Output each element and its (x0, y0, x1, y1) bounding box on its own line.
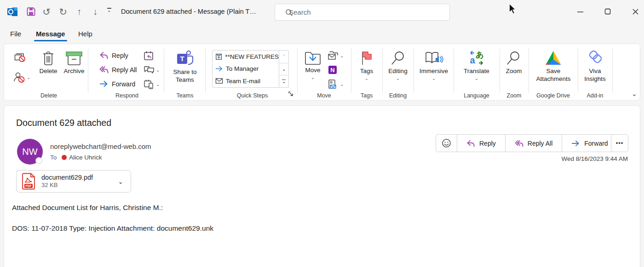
divider (205, 49, 206, 93)
pdf-file-icon: PDF (21, 173, 36, 190)
quick-step-label: To Manager (226, 65, 259, 72)
quick-step-new-features[interactable]: **NEW FEATURES (213, 51, 279, 63)
share-to-teams-button[interactable]: T Share to Teams (169, 50, 201, 84)
search-input[interactable] (289, 8, 427, 16)
immersive-reader-icon (424, 51, 443, 66)
quick-step-to-manager[interactable]: To Manager (213, 63, 279, 75)
save-button[interactable] (25, 6, 37, 17)
forward-icon (571, 140, 580, 147)
window-title: Document 629 attached - Message (Plain T… (121, 0, 256, 23)
reply-all-label: Reply All (112, 66, 137, 74)
block-sender-button[interactable]: ⌄ (13, 71, 30, 83)
reply-button[interactable]: Reply (99, 49, 137, 62)
rules-button[interactable]: ⌄ (328, 49, 344, 62)
body-line: Attached Document List for Harris, Chris… (12, 204, 213, 212)
reply-all-button[interactable]: Reply All (505, 135, 562, 152)
group-zoom: Zoom Zoom (500, 44, 529, 101)
undo-button[interactable]: ↺ (40, 6, 52, 17)
collapse-ribbon-button[interactable]: ⌄ (632, 90, 637, 97)
archive-icon (65, 51, 83, 66)
editing-label: Editing (388, 68, 407, 75)
presence-badge (35, 157, 42, 164)
maximize-button[interactable] (601, 5, 615, 18)
tab-help[interactable]: Help (76, 27, 94, 40)
reply-label: Reply (112, 52, 128, 59)
quick-step-team-email[interactable]: Team E-mail (213, 75, 279, 87)
message-action-buttons: Reply Reply All Forward (436, 134, 618, 152)
translate-label: Translate (464, 68, 489, 75)
group-label: Google Drive (529, 92, 578, 99)
delete-trash-icon (41, 51, 55, 66)
save-attachments-button[interactable]: Save Attachments (532, 50, 575, 83)
share-to-phone-button[interactable]: ⌄ (144, 78, 160, 90)
tab-message[interactable]: Message (34, 27, 67, 40)
google-drive-icon (544, 50, 563, 66)
sender-email[interactable]: noreplywebchart@med-web.com (50, 142, 151, 150)
ribbon: ⌄ Delete Archive Delete (4, 44, 640, 101)
tab-file[interactable]: File (8, 27, 23, 40)
group-label: Add-in (578, 92, 612, 99)
teams-icon: T (176, 50, 194, 67)
forward-button[interactable]: Forward (99, 78, 137, 90)
minimize-icon (577, 8, 584, 15)
delete-button[interactable]: Delete (36, 51, 60, 75)
forward-label: Forward (112, 80, 135, 88)
tags-button[interactable]: Tags ⌄ (355, 51, 378, 81)
ignore-button[interactable] (14, 51, 26, 64)
search-icon (285, 9, 293, 17)
attachment-options-button[interactable]: ⌄ (115, 178, 126, 185)
reply-button[interactable]: Reply (457, 135, 505, 152)
group-label: Delete (10, 92, 88, 99)
delete-label: Delete (39, 68, 57, 75)
save-icon (26, 7, 36, 17)
quick-steps-scroll-down[interactable]: ⌄ (279, 63, 288, 75)
more-move-actions-button[interactable]: ⌄ (328, 78, 344, 90)
save-attachments-label: Save Attachments (532, 68, 575, 83)
zoom-button[interactable]: Zoom (502, 51, 525, 75)
recipient-name[interactable]: Alice Uhrick (69, 154, 102, 161)
attachment-card[interactable]: PDF document629.pdf 32 KB ⌄ (16, 170, 131, 193)
group-tags: Tags ⌄ Tags (351, 44, 382, 101)
quick-steps-more[interactable]: ⌄ (279, 75, 288, 87)
customize-toolbar-button[interactable]: ⌄ (105, 8, 113, 13)
chat-button[interactable]: ⌄ (144, 63, 160, 76)
minimize-button[interactable] (573, 5, 587, 18)
active-tab-indicator (34, 40, 67, 41)
move-button[interactable]: Move ⌄ (301, 51, 325, 80)
editing-button[interactable]: Editing ⌄ (385, 51, 411, 81)
share-to-teams-label: Share to Teams (169, 68, 201, 84)
group-label: Zoom (500, 92, 529, 99)
more-actions-button[interactable]: ••• (611, 134, 628, 152)
group-respond: Reply Reply All Forward (90, 44, 164, 101)
divider (164, 49, 164, 93)
onenote-button[interactable]: N (328, 63, 344, 76)
meeting-button[interactable] (144, 49, 160, 62)
outlook-app-icon[interactable] (6, 6, 18, 17)
reply-all-label: Reply All (528, 140, 552, 147)
group-label: Respond (90, 92, 164, 99)
zoom-icon (506, 51, 522, 66)
group-move: Move ⌄ ⌄ N (297, 44, 351, 101)
translate-button[interactable]: a あ Translate ⌄ (460, 50, 493, 81)
viva-insights-button[interactable]: Viva Insights (580, 50, 610, 83)
svg-text:N: N (330, 67, 334, 74)
move-up-button[interactable]: ↑ (73, 6, 85, 17)
title-bar: ↺ ↻ ↑ ↓ ⌄ Document 629 attached - Messag… (0, 0, 644, 23)
forward-button[interactable]: Forward (562, 135, 617, 152)
quick-steps-dialog-launcher[interactable] (288, 90, 293, 98)
group-delete: ⌄ Delete Archive Delete (10, 44, 88, 101)
archive-button[interactable]: Archive (61, 51, 87, 75)
move-down-button[interactable]: ↓ (89, 6, 101, 17)
immersive-button[interactable]: Immersive ⌄ (417, 51, 450, 81)
reply-all-button[interactable]: Reply All (99, 63, 137, 76)
outlook-icon (7, 6, 18, 17)
close-button[interactable] (628, 5, 642, 18)
quick-steps-scroll-up[interactable]: ⌃ (279, 51, 288, 63)
redo-button[interactable]: ↻ (57, 6, 69, 17)
forward-icon (99, 80, 109, 88)
message-body: Attached Document List for Harris, Chris… (12, 204, 213, 245)
maximize-icon (604, 8, 611, 15)
search-box[interactable] (275, 4, 450, 21)
phone-share-icon (144, 79, 155, 89)
reactions-button[interactable] (436, 135, 457, 152)
